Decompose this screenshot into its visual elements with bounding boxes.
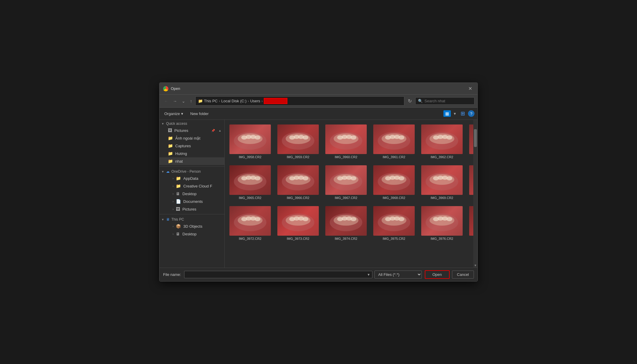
file-item-img3966[interactable]: IMG_3966.CR2 <box>276 164 321 201</box>
sidebar-item-pictures[interactable]: 🖼 Pictures 📌 ▲ <box>160 127 224 134</box>
file-item-img3976[interactable]: IMG_3976.CR2 <box>419 204 464 242</box>
view-buttons: ▦ ▾ ⊞ ? <box>443 109 474 118</box>
3dobjects-icon: 📦 <box>176 224 181 229</box>
sidebar-item-anh[interactable]: 📁 Ảnh ngoài mặt <box>160 134 224 142</box>
svg-point-69 <box>350 176 356 180</box>
back-button[interactable]: ← <box>163 98 170 104</box>
file-thumbnail <box>325 165 367 195</box>
file-name-label: IMG_3976.CR2 <box>431 237 453 240</box>
file-item-img3965[interactable]: IMG_3965.CR2 <box>228 164 273 201</box>
sidebar-item-desktop-pc[interactable]: › 🖥 Desktop <box>160 230 224 238</box>
cancel-button[interactable]: Cancel <box>452 271 474 279</box>
file-item-img3977[interactable]: IMG_3977.CR2 <box>467 204 473 242</box>
sidebar-item-label: nhat <box>175 159 183 164</box>
file-area[interactable]: IMG_3958.CR2 IMG_3959.CR2 IMG_3960.CR2 I… <box>225 120 473 268</box>
sidebar-item-nhat[interactable]: 📁 nhat <box>160 157 224 165</box>
search-placeholder: Search nhat <box>424 99 445 103</box>
file-item-img3973[interactable]: IMG_3973.CR2 <box>276 204 321 242</box>
svg-point-125 <box>398 217 404 221</box>
expand-icon-pc: ▼ <box>161 218 164 221</box>
address-bar: ← → ⌄ ↑ 📁 This PC › Local Disk (C:) › Us… <box>160 95 477 108</box>
sidebar-item-documents[interactable]: › 📄 Documents <box>160 198 224 205</box>
file-name-label: IMG_3960.CR2 <box>335 155 357 159</box>
sidebar-item-label: Captures <box>175 144 191 148</box>
sidebar-item-pictures-od[interactable]: › 🖼 Pictures <box>160 205 224 213</box>
file-name-label: IMG_3973.CR2 <box>287 237 309 240</box>
file-item-img3962[interactable]: IMG_3962.CR2 <box>419 123 464 161</box>
file-name-input[interactable] <box>184 271 372 278</box>
refresh-button[interactable]: ↻ <box>406 97 414 105</box>
file-thumbnail <box>421 206 463 236</box>
file-item-img3958[interactable]: IMG_3958.CR2 <box>228 123 273 161</box>
sidebar-item-captures[interactable]: 📁 Captures <box>160 142 224 150</box>
scroll-down[interactable]: ▼ <box>474 264 477 267</box>
forward-button[interactable]: → <box>171 98 178 104</box>
view-btn-grid[interactable]: ▦ <box>443 110 451 117</box>
file-item-img3968[interactable]: IMG_3968.CR2 <box>371 164 416 201</box>
organize-button[interactable]: Organize ▾ <box>163 111 185 117</box>
expand-icon: › <box>173 200 173 203</box>
file-item-img3974[interactable]: IMG_3974.CR2 <box>324 204 369 242</box>
file-type-select[interactable]: All Files (*.*) <box>374 271 422 279</box>
scrollbar-track[interactable]: ▼ <box>473 120 477 268</box>
help-button[interactable]: ? <box>468 110 474 117</box>
new-folder-button[interactable]: New folder <box>189 111 210 117</box>
scrollbar-thumb[interactable] <box>474 129 477 147</box>
pin-icon: 📌 <box>211 129 215 132</box>
up-button[interactable]: ↑ <box>189 98 194 104</box>
dropdown-button[interactable]: ⌄ <box>180 98 187 104</box>
file-item-img3960[interactable]: IMG_3960.CR2 <box>324 123 369 161</box>
sidebar-item-3d-objects[interactable]: › 📦 3D Objects <box>160 222 224 230</box>
file-thumbnail <box>469 124 473 154</box>
svg-point-62 <box>303 176 308 180</box>
file-item-img3970[interactable]: IMG_3970.CR2 <box>467 164 473 201</box>
file-thumbnail <box>325 206 367 236</box>
action-buttons: Open Cancel <box>425 270 474 279</box>
anh-icon: 📁 <box>168 136 173 140</box>
sidebar-item-desktop-od[interactable]: › 🖥 Desktop <box>160 190 224 198</box>
file-item-img3972[interactable]: IMG_3972.CR2 <box>228 204 273 242</box>
file-thumbnail <box>277 165 319 195</box>
sidebar-item-creative-cloud[interactable]: › 📁 Creative Cloud F <box>160 182 224 190</box>
thispc-header[interactable]: ▼ 🖥 This PC <box>160 216 224 222</box>
view-btn-panel[interactable]: ⊞ <box>459 109 467 118</box>
desktop-pc-icon: 🖥 <box>176 232 180 236</box>
svg-point-13 <box>303 135 308 140</box>
svg-point-55 <box>255 176 260 180</box>
chrome-icon <box>163 86 168 91</box>
open-button[interactable]: Open <box>425 270 450 279</box>
main-content: ▼ Quick access 🖼 Pictures 📌 ▲ 📁 Ảnh ngoà… <box>160 120 477 268</box>
close-button[interactable]: ✕ <box>467 85 474 92</box>
breadcrumb-users[interactable]: Users <box>250 99 260 103</box>
svg-point-6 <box>255 135 260 140</box>
file-name-label: IMG_3958.CR2 <box>239 155 261 159</box>
breadcrumb-current[interactable] <box>264 98 287 104</box>
onedrive-header[interactable]: ▼ ☁ OneDrive - Person <box>160 168 224 174</box>
search-box: 🔍 Search nhat <box>415 97 474 105</box>
file-item-img3969[interactable]: IMG_3969.CR2 <box>419 164 464 201</box>
quick-access-label: Quick access <box>166 122 187 126</box>
sidebar-item-label: Desktop <box>182 232 197 236</box>
breadcrumb-thispc[interactable]: This PC <box>204 99 218 103</box>
svg-point-34 <box>446 135 452 140</box>
file-item-img3963[interactable]: IMG_3963.CR2 <box>467 123 473 161</box>
file-item-img3967[interactable]: IMG_3967.CR2 <box>324 164 369 201</box>
sidebar-item-label: Desktop <box>182 192 197 196</box>
resize-handle[interactable]: ⋱ <box>633 360 636 363</box>
file-name-label: IMG_3975.CR2 <box>383 237 405 240</box>
file-item-img3959[interactable]: IMG_3959.CR2 <box>276 123 321 161</box>
file-item-img3961[interactable]: IMG_3961.CR2 <box>371 123 416 161</box>
desktop-od-icon: 🖥 <box>176 191 180 196</box>
sidebar-item-huong[interactable]: 📁 Hương <box>160 150 224 157</box>
file-thumbnail <box>229 206 271 236</box>
file-thumbnail <box>469 206 473 236</box>
breadcrumb-bar[interactable]: 📁 This PC › Local Disk (C:) › Users › <box>195 96 404 106</box>
sidebar: ▼ Quick access 🖼 Pictures 📌 ▲ 📁 Ảnh ngoà… <box>160 120 225 268</box>
file-thumbnail <box>421 165 463 195</box>
view-dropdown-btn[interactable]: ▾ <box>452 110 458 117</box>
onedrive-label: OneDrive - Person <box>171 169 201 174</box>
breadcrumb-localdisk[interactable]: Local Disk (C:) <box>221 99 247 103</box>
quick-access-header[interactable]: ▼ Quick access <box>160 120 224 127</box>
file-item-img3975[interactable]: IMG_3975.CR2 <box>371 204 416 242</box>
sidebar-item-appdata[interactable]: › 📁 AppData <box>160 174 224 182</box>
